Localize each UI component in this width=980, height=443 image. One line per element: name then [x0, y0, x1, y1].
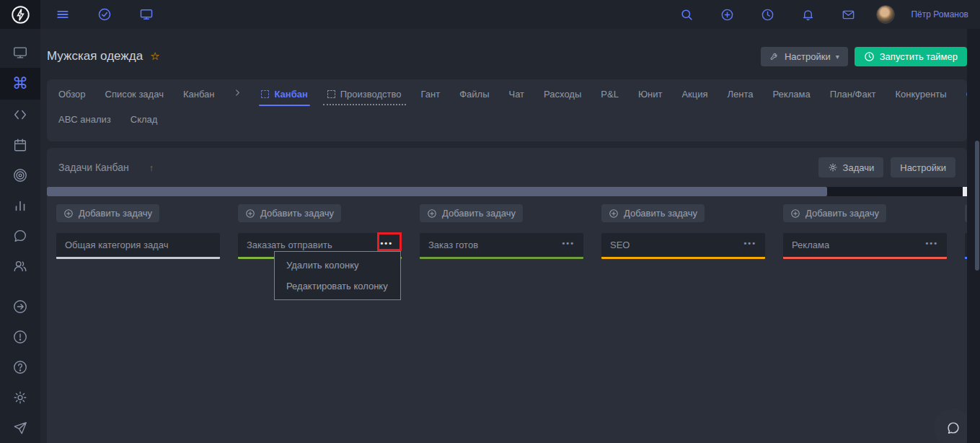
topbar-right: Пётр Романов — [674, 4, 980, 25]
tab-warehouse[interactable]: Склад — [131, 114, 158, 135]
tab-expenses[interactable]: Расходы — [544, 89, 581, 115]
kanban-title: Задачи Канбан — [58, 162, 129, 173]
chat-bubble-icon — [945, 420, 961, 436]
column-header-card[interactable]: SEO ••• — [601, 233, 765, 259]
column-menu-icon[interactable]: ••• — [925, 240, 938, 250]
column-context-menu: Удалить колонку Редактировать колонку — [274, 251, 401, 300]
sidebar: ⌘ — [0, 29, 40, 443]
column-color-stripe — [420, 257, 583, 259]
tab-overview[interactable]: Обзор — [58, 89, 86, 115]
code-icon — [12, 107, 28, 123]
sidebar-item-alerts[interactable] — [0, 322, 40, 352]
tab-ads[interactable]: Реклама — [773, 89, 811, 115]
column-menu-icon[interactable]: ••• — [380, 240, 393, 250]
collapse-arrow-icon[interactable]: ↑ — [149, 162, 154, 173]
add-task-button[interactable]: Добавить задачу — [601, 204, 705, 222]
horizontal-scrollbar[interactable] — [47, 187, 967, 196]
target-icon — [12, 167, 28, 183]
send-icon — [12, 420, 28, 436]
plus-circle-icon[interactable] — [715, 4, 739, 25]
tab-abc-analysis[interactable]: ABC анализ — [58, 114, 111, 135]
page-title: Мужская одежда — [47, 49, 143, 63]
column-menu-icon[interactable]: ••• — [743, 240, 756, 250]
sidebar-item-monitor[interactable] — [0, 38, 40, 68]
tab-feed[interactable]: Лента — [728, 89, 754, 115]
bell-icon[interactable] — [795, 4, 820, 25]
hamburger-icon[interactable] — [50, 4, 75, 25]
plus-circle-icon — [609, 209, 619, 219]
gear-icon — [12, 390, 28, 405]
bar-chart-icon — [12, 198, 28, 214]
add-task-button[interactable]: Добавить задачу — [783, 204, 886, 222]
monitor-icon[interactable] — [134, 4, 159, 25]
sidebar-item-send[interactable] — [0, 413, 40, 443]
app-logo[interactable] — [0, 0, 40, 29]
tab-task-list[interactable]: Список задач — [105, 89, 164, 115]
topbar-left-icons — [50, 4, 159, 25]
sidebar-item-projects[interactable]: ⌘ — [0, 68, 40, 100]
user-name[interactable]: Пётр Романов — [911, 9, 968, 19]
favorite-star-icon[interactable]: ☆ — [150, 50, 159, 63]
start-timer-button[interactable]: Запустить таймер — [855, 47, 967, 66]
tab-kanban[interactable]: Канбан — [261, 89, 307, 115]
kanban-column-5: Добавить задачу Реклама ••• — [783, 204, 947, 259]
sidebar-item-team[interactable] — [0, 251, 40, 281]
horizontal-scrollbar-thumb[interactable] — [47, 187, 827, 196]
chat-icon — [12, 228, 28, 244]
tabs-row-1: Обзор Список задач Канбан Канбан Произво… — [58, 89, 955, 115]
avatar[interactable] — [876, 5, 895, 24]
vertical-scrollbar-thumb[interactable] — [975, 141, 979, 271]
mail-icon[interactable] — [836, 4, 860, 25]
sidebar-item-chat[interactable] — [0, 221, 40, 251]
alert-circle-icon — [12, 329, 28, 345]
sidebar-item-help[interactable] — [0, 352, 40, 382]
tab-gantt[interactable]: Гант — [421, 89, 441, 115]
tab-chat[interactable]: Чат — [509, 89, 525, 115]
tab-files[interactable]: Файлы — [459, 89, 489, 115]
search-icon[interactable] — [674, 4, 699, 25]
tab-unit[interactable]: Юнит — [638, 89, 663, 115]
add-task-button[interactable]: Добавить задачу — [56, 204, 159, 222]
tab-kanban-group[interactable]: Канбан — [183, 89, 215, 115]
check-circle-icon[interactable] — [92, 4, 117, 25]
plus-circle-icon — [790, 209, 800, 219]
kanban-column-1: Добавить задачу Общая категория задач — [56, 204, 220, 259]
clock-icon[interactable] — [755, 4, 780, 25]
add-task-button[interactable]: Добавить задачу — [238, 204, 341, 222]
tab-competitors[interactable]: Конкуренты — [896, 89, 947, 115]
add-task-button[interactable]: Добавить задачу — [420, 204, 523, 222]
kanban-settings-button[interactable]: Настройки — [891, 157, 955, 177]
column-color-stripe — [783, 257, 947, 259]
column-header-card[interactable]: Общая категория задач — [56, 233, 220, 259]
sidebar-item-go[interactable] — [0, 291, 40, 322]
sidebar-item-analytics[interactable] — [0, 190, 40, 221]
menu-item-edit-column[interactable]: Редактировать колонку — [275, 276, 400, 297]
sidebar-item-goals[interactable] — [0, 160, 40, 190]
users-icon — [12, 258, 28, 274]
sidebar-item-calendar[interactable] — [0, 130, 40, 160]
kanban-columns: Добавить задачу Общая категория задач До… — [47, 196, 967, 259]
column-menu-icon[interactable]: ••• — [562, 240, 575, 250]
column-color-stripe — [56, 257, 220, 259]
lightning-icon — [11, 5, 30, 25]
sidebar-item-settings[interactable] — [0, 382, 40, 413]
sidebar-item-code[interactable] — [0, 100, 40, 130]
tab-pnl[interactable]: P&L — [601, 89, 619, 115]
drop-target-underline — [323, 104, 406, 105]
kanban-actions: Задачи Настройки — [818, 157, 955, 177]
kanban-tasks-button[interactable]: Задачи — [818, 157, 884, 177]
page-header: Мужская одежда ☆ Настройки ▾ Запустить т… — [47, 42, 967, 71]
tab-promo[interactable]: Акция — [681, 89, 707, 115]
dashed-box-icon — [327, 90, 335, 98]
topbar: Пётр Романов — [0, 0, 980, 29]
tab-plan-fact[interactable]: План/Факт — [830, 89, 876, 115]
kanban-column-3: Добавить задачу Заказ готов ••• — [420, 204, 583, 259]
tab-production[interactable]: Производство — [327, 89, 402, 115]
tabs-row-2: ABC анализ Склад — [58, 114, 955, 135]
menu-item-delete-column[interactable]: Удалить колонку — [275, 255, 400, 276]
settings-dropdown-button[interactable]: Настройки ▾ — [761, 47, 848, 66]
column-color-stripe — [601, 257, 765, 259]
column-header-card[interactable]: Реклама ••• — [783, 233, 947, 259]
kanban-header: Задачи Канбан ↑ Задачи Настройки — [47, 148, 967, 186]
column-header-card[interactable]: Заказ готов ••• — [420, 233, 583, 259]
